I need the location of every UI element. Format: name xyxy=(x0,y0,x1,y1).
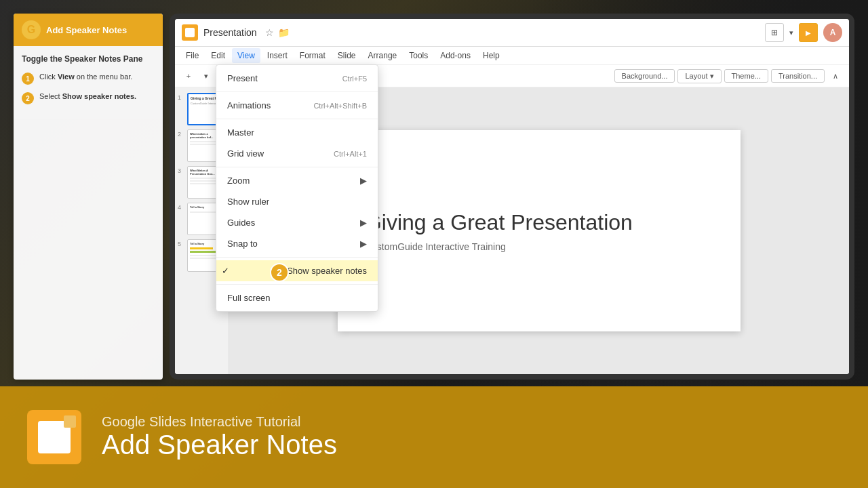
dropdown-speaker-notes[interactable]: Show speaker notes xyxy=(216,260,378,281)
slide-heading: Giving a Great Presentation xyxy=(365,209,713,235)
present-label[interactable]: ▾ xyxy=(789,28,793,37)
slide-num-3: 3 xyxy=(178,166,184,174)
add-slide-arrow[interactable]: ▾ xyxy=(198,68,214,84)
dropdown-gridview[interactable]: Grid view Ctrl+Alt+1 xyxy=(216,143,378,164)
background-btn[interactable]: Background... xyxy=(614,69,675,83)
menu-slide[interactable]: Slide xyxy=(332,48,361,63)
step-badge-2: 2 xyxy=(22,92,34,104)
collapse-btn[interactable]: ∧ xyxy=(827,68,844,84)
slides-logo-inner xyxy=(185,28,195,37)
present-shortcut: Ctrl+F5 xyxy=(342,75,367,83)
step2-overlay-badge: 2 xyxy=(270,263,289,282)
speaker-notes-label: Show speaker notes xyxy=(287,266,367,276)
dropdown-snapto[interactable]: Snap to ▶ xyxy=(216,233,378,254)
present-btn[interactable]: ⊞ xyxy=(765,23,784,42)
guides-arrow: ▶ xyxy=(360,218,367,228)
zoom-arrow: ▶ xyxy=(360,176,367,186)
slides-app: Presentation ☆ 📁 ⊞ ▾ ▶ A File Ed xyxy=(175,19,849,374)
slide-num-4: 4 xyxy=(178,203,184,211)
slides-icon-inner xyxy=(38,421,71,453)
monitor-frame: Presentation ☆ 📁 ⊞ ▾ ▶ A File Ed xyxy=(170,14,854,380)
step-text-1: Click View on the menu bar. xyxy=(39,72,132,82)
ruler-label: Show ruler xyxy=(227,197,269,207)
slide-subheading: CustomGuide Interactive Training xyxy=(365,241,713,252)
slide-num-5: 5 xyxy=(178,239,184,247)
snapto-label: Snap to xyxy=(227,239,258,249)
master-label: Master xyxy=(227,127,254,138)
separator-1 xyxy=(216,92,378,92)
dropdown-zoom[interactable]: Zoom ▶ xyxy=(216,170,378,191)
snapto-arrow: ▶ xyxy=(360,239,367,249)
menu-insert[interactable]: Insert xyxy=(262,48,293,63)
add-slide-btn[interactable]: + xyxy=(180,68,197,84)
fullscreen-label: Full screen xyxy=(227,293,271,303)
zoom-label: Zoom xyxy=(227,176,250,186)
dropdown-fullscreen[interactable]: Full screen xyxy=(216,287,378,308)
monitor-screen: Presentation ☆ 📁 ⊞ ▾ ▶ A File Ed xyxy=(175,19,849,374)
slide-num-2: 2 xyxy=(178,129,184,138)
slide-num-1: 1 xyxy=(178,93,184,101)
dropdown-present[interactable]: Present Ctrl+F5 xyxy=(216,68,378,89)
menu-format[interactable]: Format xyxy=(294,48,331,63)
main-slide: Giving a Great Presentation CustomGuide … xyxy=(338,130,741,331)
menu-view[interactable]: View xyxy=(232,48,260,63)
menu-file[interactable]: File xyxy=(180,48,204,63)
sidebar-section-title: Toggle the Speaker Notes Pane xyxy=(22,54,155,64)
toolbar-right: ⊞ ▾ ▶ A xyxy=(765,23,842,42)
folder-icon[interactable]: 📁 xyxy=(278,27,290,38)
star-icon[interactable]: ☆ xyxy=(265,27,274,38)
present-label: Present xyxy=(227,73,258,83)
slide-show-btn[interactable]: ▶ xyxy=(799,23,818,42)
animations-label: Animations xyxy=(227,100,271,110)
tutorial-sidebar: G Add Speaker Notes Toggle the Speaker N… xyxy=(14,14,163,380)
bottom-icon-wrapper xyxy=(27,410,81,464)
dropdown-ruler[interactable]: Show ruler xyxy=(216,191,378,212)
bottom-bar: Google Slides Interactive Tutorial Add S… xyxy=(0,380,868,488)
sidebar-step-1: 1 Click View on the menu bar. xyxy=(22,72,155,85)
bottom-text: Google Slides Interactive Tutorial Add S… xyxy=(102,414,841,460)
view-dropdown: Present Ctrl+F5 Animations Ctrl+Alt+Shif… xyxy=(216,64,378,312)
separator-3 xyxy=(216,167,378,167)
titlebar: Presentation ☆ 📁 ⊞ ▾ ▶ A xyxy=(175,19,849,47)
menu-help[interactable]: Help xyxy=(477,48,505,63)
logo-letter: G xyxy=(27,24,35,36)
step-text-2: Select Show speaker notes. xyxy=(39,92,136,102)
layout-btn[interactable]: Layout ▾ xyxy=(677,69,721,83)
theme-btn[interactable]: Theme... xyxy=(724,69,768,83)
menu-addons[interactable]: Add-ons xyxy=(435,48,476,63)
slide-heading-main: a Great Presentation xyxy=(433,210,633,235)
separator-5 xyxy=(216,284,378,285)
dropdown-guides[interactable]: Guides ▶ xyxy=(216,212,378,233)
slides-app-icon xyxy=(27,410,81,464)
sidebar-step-2: 2 Select Show speaker notes. xyxy=(22,92,155,104)
step-badge-1: 1 xyxy=(22,73,34,85)
dropdown-master[interactable]: Master xyxy=(216,122,378,143)
sidebar-title: Add Speaker Notes xyxy=(46,25,127,35)
dropdown-animations[interactable]: Animations Ctrl+Alt+Shift+B xyxy=(216,95,378,116)
gridview-label: Grid view xyxy=(227,148,264,159)
title-icons: ☆ 📁 xyxy=(265,27,290,38)
gridview-shortcut: Ctrl+Alt+1 xyxy=(334,150,367,158)
bottom-subtitle: Google Slides Interactive Tutorial xyxy=(102,414,841,430)
slides-logo xyxy=(182,24,198,41)
bottom-main-title: Add Speaker Notes xyxy=(102,430,841,460)
menu-tools[interactable]: Tools xyxy=(403,48,433,63)
menu-edit[interactable]: Edit xyxy=(205,48,231,63)
menu-bar: File Edit View Insert Format Slide Arran… xyxy=(175,47,849,65)
menu-arrange[interactable]: Arrange xyxy=(363,48,403,63)
guides-label: Guides xyxy=(227,218,255,228)
user-avatar[interactable]: A xyxy=(823,23,842,42)
animations-shortcut: Ctrl+Alt+Shift+B xyxy=(313,102,367,110)
sidebar-header: G Add Speaker Notes xyxy=(14,14,163,46)
bottom-bar-content: Google Slides Interactive Tutorial Add S… xyxy=(0,386,868,488)
sidebar-content: Toggle the Speaker Notes Pane 1 Click Vi… xyxy=(14,46,163,119)
separator-2 xyxy=(216,119,378,119)
separator-4 xyxy=(216,257,378,258)
presentation-title: Presentation xyxy=(203,27,257,38)
sidebar-logo: G xyxy=(22,20,41,39)
transition-btn[interactable]: Transition... xyxy=(771,69,825,83)
